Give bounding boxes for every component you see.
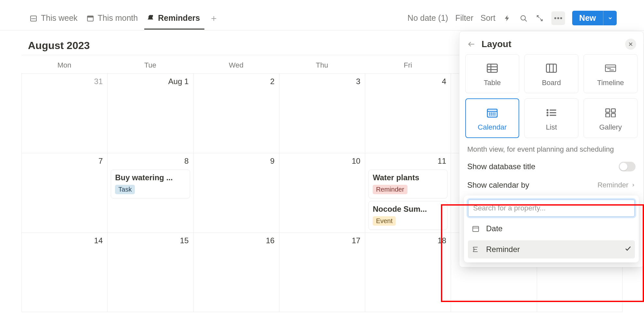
property-option-reminder[interactable]: Reminder — [468, 240, 635, 259]
svg-point-31 — [491, 113, 492, 114]
calendar-week-icon — [29, 14, 38, 22]
day-number: 14 — [94, 236, 103, 245]
svg-rect-17 — [487, 64, 497, 72]
calendar-cell[interactable]: 31 — [21, 73, 107, 153]
calendar-cell[interactable]: 17 — [279, 233, 365, 312]
event-title: Nocode Sum... — [373, 205, 443, 214]
svg-rect-2 — [33, 18, 34, 19]
show-db-title-toggle[interactable] — [619, 162, 636, 171]
day-number: 9 — [270, 157, 274, 166]
calendar-event-card[interactable]: Buy watering ...Task — [111, 170, 190, 198]
expand-icon[interactable] — [535, 14, 544, 23]
automation-icon[interactable] — [503, 14, 512, 23]
more-options-icon[interactable] — [551, 11, 565, 25]
svg-rect-28 — [487, 109, 497, 117]
search-icon[interactable] — [519, 14, 528, 23]
show-calendar-by-row[interactable]: Show calendar by Reminder — [465, 176, 638, 194]
layout-option-label: List — [546, 123, 557, 132]
layout-option-list[interactable]: List — [524, 98, 578, 138]
property-search-input[interactable] — [468, 199, 635, 217]
calendar-month-icon — [86, 14, 95, 22]
svg-point-9 — [521, 16, 525, 20]
event-tag: Task — [115, 185, 135, 194]
dow-label: Wed — [193, 61, 279, 69]
calendar-cell[interactable]: 16 — [193, 233, 279, 312]
svg-point-12 — [557, 17, 559, 19]
event-title: Water plants — [373, 173, 443, 182]
day-number: 11 — [438, 157, 446, 166]
svg-rect-44 — [606, 109, 610, 112]
svg-point-38 — [547, 110, 548, 111]
chevron-right-icon — [631, 183, 636, 187]
popover-title: Layout — [482, 39, 620, 49]
event-title: Buy watering ... — [115, 173, 186, 182]
filter-button[interactable]: Filter — [455, 13, 473, 23]
svg-point-11 — [554, 17, 556, 19]
calendar-cell[interactable]: 14 — [21, 233, 107, 312]
svg-rect-1 — [32, 18, 32, 19]
layout-popover: Layout Table Board Timeline Calendar Lis… — [459, 31, 644, 267]
calendar-cell[interactable]: 10 — [279, 153, 365, 233]
layout-option-calendar[interactable]: Calendar — [465, 98, 519, 138]
event-tag: Reminder — [373, 185, 407, 194]
property-option-date[interactable]: Date — [468, 220, 635, 238]
calendar-cell[interactable]: 2 — [193, 73, 279, 153]
calendar-cell[interactable]: Aug 1 — [107, 73, 193, 153]
tab-reminders[interactable]: Reminders — [144, 11, 204, 30]
show-calendar-by-value-text: Reminder — [598, 181, 628, 189]
day-number: 3 — [356, 77, 360, 86]
new-button[interactable]: New — [572, 11, 603, 25]
day-number: 17 — [352, 236, 360, 245]
new-dropdown-button[interactable] — [603, 11, 617, 25]
calendar-cell[interactable]: 15 — [107, 233, 193, 312]
add-view-button[interactable] — [208, 13, 219, 24]
calendar-cell[interactable]: 11Water plantsReminderNocode Sum...Event — [365, 153, 451, 233]
show-calendar-by-label: Show calendar by — [467, 181, 529, 190]
table-icon — [486, 62, 499, 75]
property-option-label: Date — [486, 224, 503, 233]
layout-option-table[interactable]: Table — [465, 54, 519, 93]
layout-option-gallery[interactable]: Gallery — [584, 98, 638, 138]
tab-this-month[interactable]: This month — [84, 11, 143, 30]
layout-description: Month view, for event planning and sched… — [465, 138, 638, 157]
popover-header: Layout — [465, 37, 638, 54]
calendar-cell[interactable]: 18 — [365, 233, 451, 312]
svg-line-10 — [525, 19, 527, 21]
layout-option-label: Timeline — [597, 79, 624, 87]
show-db-title-label: Show database title — [467, 162, 535, 171]
layout-options-grid: Table Board Timeline Calendar List Galle… — [465, 54, 638, 138]
tab-this-week[interactable]: This week — [27, 11, 82, 30]
svg-rect-5 — [87, 16, 93, 18]
svg-point-42 — [547, 115, 548, 116]
no-date-button[interactable]: No date (1) — [407, 13, 448, 23]
calendar-icon — [486, 106, 499, 119]
layout-option-label: Board — [542, 79, 561, 87]
back-icon[interactable] — [467, 39, 476, 49]
new-button-group: New — [572, 11, 617, 25]
day-number: 16 — [266, 236, 275, 245]
calendar-event-card[interactable]: Nocode Sum...Event — [368, 201, 447, 230]
show-calendar-by-value: Reminder — [598, 181, 636, 189]
calendar-event-card[interactable]: Water plantsReminder — [368, 170, 447, 198]
day-number: 31 — [94, 77, 103, 86]
calendar-cell[interactable]: 9 — [193, 153, 279, 233]
svg-rect-21 — [547, 64, 557, 72]
day-number: 4 — [442, 77, 446, 86]
sort-button[interactable]: Sort — [481, 13, 496, 23]
calendar-cell[interactable]: 3 — [279, 73, 365, 153]
layout-option-board[interactable]: Board — [524, 54, 578, 93]
calendar-cell[interactable]: 8Buy watering ...Task — [107, 153, 193, 233]
tab-label: Reminders — [158, 13, 200, 23]
layout-option-timeline[interactable]: Timeline — [584, 54, 638, 93]
dow-label: Fri — [365, 61, 451, 69]
formula-icon — [471, 245, 480, 254]
layout-option-label: Gallery — [599, 123, 622, 132]
property-option-label: Reminder — [486, 245, 520, 254]
close-icon[interactable] — [625, 39, 636, 50]
dow-label: Tue — [107, 61, 193, 69]
calendar-cell[interactable]: 4 — [365, 73, 451, 153]
dow-label: Mon — [21, 61, 107, 69]
dow-label: Thu — [279, 61, 365, 69]
svg-rect-46 — [606, 114, 610, 117]
calendar-cell[interactable]: 7 — [21, 153, 107, 233]
